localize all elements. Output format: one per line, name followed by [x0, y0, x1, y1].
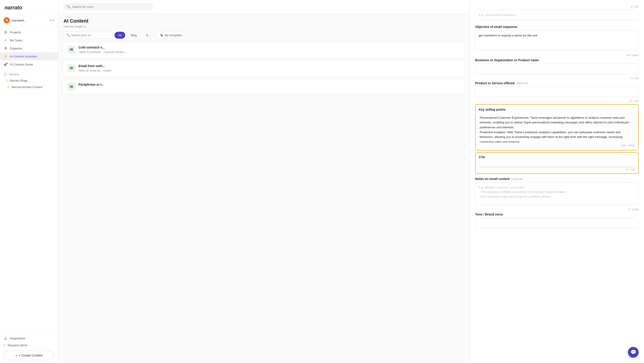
user-name: NarratoM... — [12, 19, 48, 22]
objective-textarea[interactable]: get marketers to request a demo for the … — [475, 30, 639, 50]
gear-icon[interactable]: ⚙ — [52, 19, 54, 22]
plus-icon: + — [16, 354, 17, 357]
cta-section: CTA Request a demo today! 21 / 100 — [475, 152, 639, 174]
search-icon: 🔍 — [67, 5, 70, 8]
sidebar-item-label: AI Content Assistant — [10, 55, 37, 58]
sidebar-item-narrato-blogs[interactable]: □ Narrato Blogs — [0, 77, 58, 84]
sidebar-logo: narrato — [0, 0, 58, 14]
field-group-tone: Tone / Brand voice Friendly — [470, 213, 644, 230]
filter-bar: 🔍 All Blog S... 🔖 My templates — [58, 28, 470, 39]
template-card-cold-outreach[interactable]: ✉ Cold outreach e... "Write a personall.… — [62, 42, 465, 58]
recents-section: 🕐 Recents □ Narrato Blogs ⚡ Recommended … — [0, 70, 58, 91]
recommend-icon: ⚡ — [6, 85, 10, 89]
sidebar-item-request-demo[interactable]: □ Request demo — [4, 342, 54, 349]
filter-tab-all[interactable]: All — [114, 32, 125, 39]
demo-icon: □ — [4, 344, 5, 347]
sidebar-item-projects[interactable]: ⊟ Projects — [0, 28, 58, 36]
tone-label: Tone / Brand voice — [475, 213, 639, 216]
cta-input[interactable]: Request a demo today! — [479, 161, 635, 167]
field-group-product-service: Product or Service offered (optional) AI… — [470, 81, 644, 99]
card-desc: Write an email ba... outline — [78, 69, 460, 73]
template-card-email-outline[interactable]: ✉ Email from outli... Write an email ba.… — [62, 60, 465, 77]
business-name-input[interactable]: Twine — [475, 64, 639, 74]
card-row-email-outline: → ✉ Email from outli... Write an email b… — [62, 60, 465, 77]
template-search-input[interactable] — [71, 33, 109, 37]
field-group-objective: Objective of email sequence get marketer… — [470, 25, 644, 53]
create-content-button[interactable]: + + Create Content — [4, 351, 54, 360]
notes-label: Notes on email content (optional) — [475, 177, 639, 181]
sidebar-user[interactable]: N NarratoM... ▾ ⚙ — [0, 14, 58, 26]
chat-fab-button[interactable]: 💬 — [628, 347, 639, 358]
page-header: AI Content Use the magic o... — [58, 14, 470, 28]
sidebar-item-label: AI Content Genie — [10, 63, 33, 66]
field-group-target — [470, 10, 644, 22]
cta-label: CTA — [479, 155, 635, 159]
key-selling-points-textarea[interactable]: Personalized Customer Experiences: Twine… — [479, 114, 635, 143]
filter-tab-my-templates[interactable]: 🔖 My templates — [156, 32, 186, 39]
search-input[interactable] — [72, 5, 150, 8]
template-search[interactable]: 🔍 — [64, 32, 113, 39]
char-count-target: 0 / 100 — [470, 4, 644, 10]
sidebar-item-ai-content-assistant[interactable]: ⚡ AI Content Assistant — [0, 52, 58, 60]
sidebar-item-ai-content-genie[interactable]: 🚀 AI Content Genie — [0, 60, 58, 68]
char-count-objective: 44 / 10000 — [470, 53, 644, 58]
sidebar-item-organize[interactable]: ⚙ Organize › — [0, 44, 58, 52]
email-sequence-target-input[interactable] — [475, 10, 639, 20]
sidebar-item-recommended-content[interactable]: ⚡ Recommended Content — [0, 84, 58, 90]
sidebar-bottom: ⚓ Integrations □ Request demo + + Create… — [0, 332, 58, 363]
card-title: Cold outreach e... — [78, 46, 460, 49]
sidebar-item-my-tasks[interactable]: ✓ My Tasks — [0, 36, 58, 44]
key-selling-label: Key selling points — [479, 108, 635, 111]
search-bar[interactable]: 🔍 — [64, 3, 153, 10]
center-panel: 🔍 AI Content Use the magic o... 🔍 All Bl… — [58, 0, 470, 363]
card-content: Cold outreach e... "Write a personall...… — [78, 46, 460, 54]
sidebar-item-label: Projects — [10, 31, 21, 34]
notes-textarea[interactable] — [475, 182, 639, 205]
char-count-cta: 21 / 100 — [479, 168, 635, 171]
chevron-icon: ▾ — [50, 19, 51, 22]
field-group-notes: Notes on email content (optional) — [470, 177, 644, 207]
card-icon-email: ✉ — [67, 83, 75, 91]
ai-genie-icon: 🚀 — [4, 62, 8, 66]
sidebar-item-integrations[interactable]: ⚓ Integrations — [4, 335, 54, 342]
card-row-cold-outreach: → ✉ Cold outreach e... "Write a personal… — [62, 42, 465, 58]
card-desc: "Write a personall... a specific produc.… — [78, 50, 460, 54]
app-container: narrato N NarratoM... ▾ ⚙ ⊟ Projects ✓ M… — [0, 0, 644, 363]
form-panel: 0 / 100 Objective of email sequence get … — [470, 0, 644, 363]
filter-tab-s[interactable]: S... — [142, 32, 154, 39]
card-title: Paraphrase or r... — [78, 83, 460, 86]
objective-label: Objective of email sequence — [475, 25, 639, 29]
char-count-selling: 1288 / 10000 — [479, 144, 635, 147]
chat-icon: 💬 — [630, 349, 636, 355]
avatar: N — [4, 17, 10, 23]
sidebar-nav: ⊟ Projects ✓ My Tasks ⚙ Organize › ⚡ AI … — [0, 26, 58, 332]
ai-assistant-icon: ⚡ — [4, 54, 8, 58]
tasks-icon: ✓ — [4, 38, 8, 42]
card-icon-email: ✉ — [67, 46, 75, 54]
tone-input[interactable]: Friendly — [475, 218, 639, 228]
field-group-business-name: Business or Organization or Product name… — [470, 58, 644, 76]
card-content: Email from outli... Write an email ba...… — [78, 64, 460, 73]
user-actions: ▾ ⚙ — [50, 19, 54, 22]
sidebar-item-label: Organize — [10, 47, 22, 50]
logo-text: narrato — [4, 4, 54, 11]
filter-tab-blog[interactable]: Blog — [127, 32, 140, 39]
card-title: Email from outli... — [78, 64, 460, 68]
integrations-icon: ⚓ — [4, 337, 8, 340]
clock-icon: 🕐 — [4, 73, 7, 76]
cards-wrapper: → ✉ Cold outreach e... "Write a personal… — [58, 39, 470, 363]
char-count-business: 5 / 100 — [470, 76, 644, 81]
top-bar: 🔍 — [58, 0, 470, 14]
template-card-paraphrase[interactable]: ✉ Paraphrase or r... — [62, 79, 465, 94]
bookmark-icon: 🔖 — [160, 33, 164, 37]
card-icon-email: ✉ — [67, 64, 75, 72]
product-service-input[interactable]: AI marketing software — [475, 87, 639, 97]
card-row-paraphrase: ✉ Paraphrase or r... — [62, 79, 465, 94]
sidebar-item-label: My Tasks — [10, 39, 22, 42]
chevron-right-icon: › — [54, 47, 54, 50]
blog-icon: □ — [6, 79, 8, 82]
page-title: AI Content — [64, 18, 464, 24]
key-selling-points-section: Key selling points Personalized Customer… — [475, 104, 639, 150]
char-count-product: 21 / 100 — [470, 99, 644, 104]
product-service-label: Product or Service offered (optional) — [475, 81, 639, 85]
